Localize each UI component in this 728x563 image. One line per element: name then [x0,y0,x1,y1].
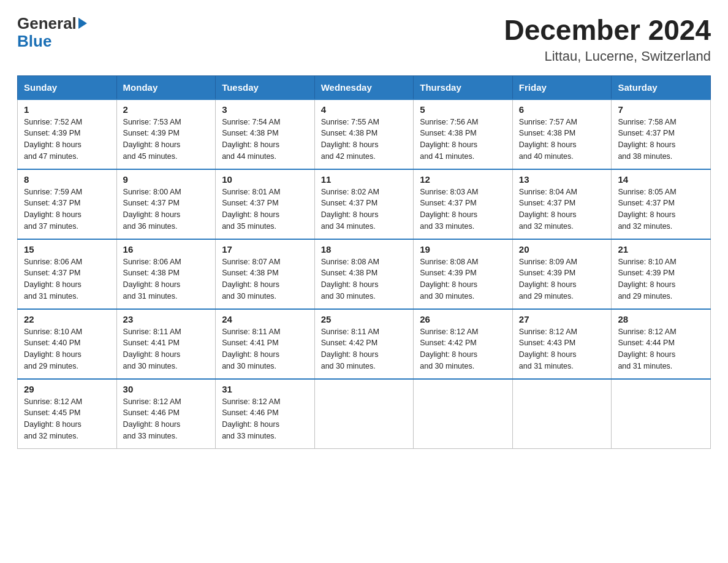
calendar-cell: 17Sunrise: 8:07 AMSunset: 4:38 PMDayligh… [216,239,315,309]
day-info: Sunrise: 7:52 AMSunset: 4:39 PMDaylight:… [24,118,82,161]
calendar-cell: 30Sunrise: 8:12 AMSunset: 4:46 PMDayligh… [116,379,216,449]
calendar-cell: 9Sunrise: 8:00 AMSunset: 4:37 PMDaylight… [116,169,216,239]
calendar-cell: 16Sunrise: 8:06 AMSunset: 4:38 PMDayligh… [116,239,216,309]
calendar-cell: 10Sunrise: 8:01 AMSunset: 4:37 PMDayligh… [216,169,315,239]
day-info: Sunrise: 8:10 AMSunset: 4:40 PMDaylight:… [24,327,82,370]
day-number: 15 [24,244,110,255]
calendar-cell: 28Sunrise: 8:12 AMSunset: 4:44 PMDayligh… [612,309,711,379]
day-number: 23 [123,314,210,324]
day-number: 10 [222,174,308,185]
day-info: Sunrise: 8:09 AMSunset: 4:39 PMDaylight:… [519,258,577,301]
calendar-cell: 21Sunrise: 8:10 AMSunset: 4:39 PMDayligh… [612,239,711,309]
day-number: 3 [222,104,308,115]
calendar-cell: 13Sunrise: 8:04 AMSunset: 4:37 PMDayligh… [512,169,612,239]
day-info: Sunrise: 7:54 AMSunset: 4:38 PMDaylight:… [222,118,280,161]
day-info: Sunrise: 8:06 AMSunset: 4:37 PMDaylight:… [24,258,82,301]
day-number: 18 [321,244,408,255]
logo: General Blue [17,15,87,50]
day-info: Sunrise: 7:57 AMSunset: 4:38 PMDaylight:… [519,118,577,161]
day-info: Sunrise: 8:06 AMSunset: 4:38 PMDaylight:… [123,258,181,301]
day-info: Sunrise: 7:59 AMSunset: 4:37 PMDaylight:… [24,188,82,231]
day-number: 5 [420,104,506,115]
day-info: Sunrise: 8:11 AMSunset: 4:41 PMDaylight:… [222,327,280,370]
calendar-header-row: SundayMondayTuesdayWednesdayThursdayFrid… [18,75,711,99]
day-info: Sunrise: 8:08 AMSunset: 4:38 PMDaylight:… [321,258,379,301]
page-subtitle: Littau, Lucerne, Switzerland [504,48,711,64]
calendar-cell [512,379,612,449]
calendar-week-row: 29Sunrise: 8:12 AMSunset: 4:45 PMDayligh… [18,379,711,449]
day-info: Sunrise: 8:11 AMSunset: 4:42 PMDaylight:… [321,327,379,370]
day-info: Sunrise: 8:12 AMSunset: 4:46 PMDaylight:… [222,397,280,440]
day-number: 16 [123,244,210,255]
day-number: 30 [123,384,210,394]
col-header-tuesday: Tuesday [216,75,315,99]
day-info: Sunrise: 8:02 AMSunset: 4:37 PMDaylight:… [321,188,379,231]
day-info: Sunrise: 8:01 AMSunset: 4:37 PMDaylight:… [222,188,280,231]
calendar-cell: 20Sunrise: 8:09 AMSunset: 4:39 PMDayligh… [512,239,612,309]
col-header-sunday: Sunday [18,75,117,99]
day-number: 6 [519,104,605,115]
day-number: 4 [321,104,408,115]
day-number: 28 [618,314,704,324]
calendar-week-row: 15Sunrise: 8:06 AMSunset: 4:37 PMDayligh… [18,239,711,309]
day-info: Sunrise: 8:11 AMSunset: 4:41 PMDaylight:… [123,327,181,370]
day-number: 25 [321,314,408,324]
day-number: 11 [321,174,408,185]
calendar-week-row: 22Sunrise: 8:10 AMSunset: 4:40 PMDayligh… [18,309,711,379]
calendar-cell: 11Sunrise: 8:02 AMSunset: 4:37 PMDayligh… [314,169,414,239]
calendar-cell: 18Sunrise: 8:08 AMSunset: 4:38 PMDayligh… [314,239,414,309]
day-info: Sunrise: 8:12 AMSunset: 4:45 PMDaylight:… [24,397,82,440]
col-header-thursday: Thursday [414,75,513,99]
day-number: 26 [420,314,506,324]
calendar-cell: 1Sunrise: 7:52 AMSunset: 4:39 PMDaylight… [18,99,117,169]
day-number: 31 [222,384,308,394]
day-info: Sunrise: 7:56 AMSunset: 4:38 PMDaylight:… [420,118,478,161]
day-number: 29 [24,384,110,394]
col-header-monday: Monday [116,75,216,99]
calendar-cell: 25Sunrise: 8:11 AMSunset: 4:42 PMDayligh… [314,309,414,379]
day-info: Sunrise: 7:55 AMSunset: 4:38 PMDaylight:… [321,118,379,161]
calendar-cell [314,379,414,449]
calendar-cell: 6Sunrise: 7:57 AMSunset: 4:38 PMDaylight… [512,99,612,169]
logo-general: General [17,15,77,33]
calendar-cell: 4Sunrise: 7:55 AMSunset: 4:38 PMDaylight… [314,99,414,169]
day-number: 21 [618,244,704,255]
day-number: 12 [420,174,506,185]
day-info: Sunrise: 8:04 AMSunset: 4:37 PMDaylight:… [519,188,577,231]
day-number: 9 [123,174,210,185]
page-header: General Blue December 2024 Littau, Lucer… [17,15,711,64]
col-header-wednesday: Wednesday [314,75,414,99]
day-info: Sunrise: 8:05 AMSunset: 4:37 PMDaylight:… [618,188,676,231]
day-number: 20 [519,244,605,255]
day-number: 22 [24,314,110,324]
calendar-cell: 15Sunrise: 8:06 AMSunset: 4:37 PMDayligh… [18,239,117,309]
day-info: Sunrise: 8:12 AMSunset: 4:43 PMDaylight:… [519,327,577,370]
calendar-table: SundayMondayTuesdayWednesdayThursdayFrid… [17,75,711,449]
day-number: 17 [222,244,308,255]
day-number: 13 [519,174,605,185]
calendar-cell: 29Sunrise: 8:12 AMSunset: 4:45 PMDayligh… [18,379,117,449]
page-title: December 2024 [504,15,711,46]
logo-blue: Blue [17,32,51,50]
calendar-cell: 23Sunrise: 8:11 AMSunset: 4:41 PMDayligh… [116,309,216,379]
day-info: Sunrise: 8:12 AMSunset: 4:46 PMDaylight:… [123,397,181,440]
calendar-cell [612,379,711,449]
day-number: 19 [420,244,506,255]
calendar-cell: 22Sunrise: 8:10 AMSunset: 4:40 PMDayligh… [18,309,117,379]
calendar-cell: 5Sunrise: 7:56 AMSunset: 4:38 PMDaylight… [414,99,513,169]
col-header-saturday: Saturday [612,75,711,99]
day-info: Sunrise: 7:53 AMSunset: 4:39 PMDaylight:… [123,118,181,161]
calendar-cell: 26Sunrise: 8:12 AMSunset: 4:42 PMDayligh… [414,309,513,379]
calendar-cell: 27Sunrise: 8:12 AMSunset: 4:43 PMDayligh… [512,309,612,379]
day-number: 14 [618,174,704,185]
day-info: Sunrise: 8:07 AMSunset: 4:38 PMDaylight:… [222,258,280,301]
day-info: Sunrise: 8:12 AMSunset: 4:44 PMDaylight:… [618,327,676,370]
calendar-cell: 7Sunrise: 7:58 AMSunset: 4:37 PMDaylight… [612,99,711,169]
calendar-week-row: 1Sunrise: 7:52 AMSunset: 4:39 PMDaylight… [18,99,711,169]
calendar-week-row: 8Sunrise: 7:59 AMSunset: 4:37 PMDaylight… [18,169,711,239]
day-info: Sunrise: 8:10 AMSunset: 4:39 PMDaylight:… [618,258,676,301]
logo-arrow-icon [78,18,87,29]
day-info: Sunrise: 7:58 AMSunset: 4:37 PMDaylight:… [618,118,676,161]
day-number: 1 [24,104,110,115]
day-info: Sunrise: 8:00 AMSunset: 4:37 PMDaylight:… [123,188,181,231]
